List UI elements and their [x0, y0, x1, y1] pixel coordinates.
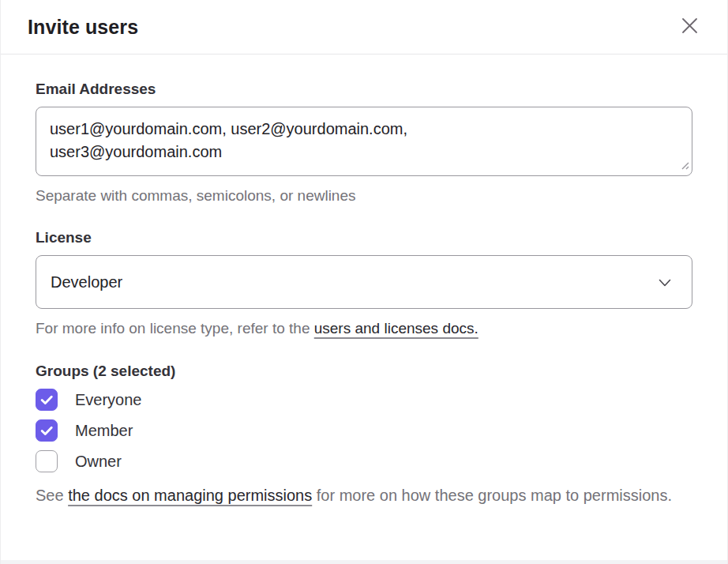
license-selected-value: Developer	[51, 273, 122, 291]
email-helper-text: Separate with commas, semicolons, or new…	[36, 185, 692, 207]
checkbox-member[interactable]	[36, 419, 58, 442]
group-option-member[interactable]: Member	[36, 419, 692, 442]
modal-title: Invite users	[28, 16, 138, 39]
close-icon	[681, 17, 699, 37]
users-licenses-docs-link[interactable]: users and licenses docs.	[314, 320, 478, 337]
email-field-group: Email Addresses user1@yourdomain.com, us…	[36, 81, 692, 207]
license-helper-text: For more info on license type, refer to …	[36, 318, 692, 340]
groups-field-group: Groups (2 selected) Everyone Member	[36, 363, 692, 507]
modal-bottom-edge	[1, 560, 727, 564]
groups-label: Groups (2 selected)	[36, 363, 692, 380]
checkbox-owner[interactable]	[36, 450, 58, 472]
group-option-owner[interactable]: Owner	[36, 450, 692, 472]
checkbox-everyone[interactable]	[36, 389, 58, 411]
close-button[interactable]	[675, 13, 704, 41]
modal-header: Invite users	[1, 0, 727, 55]
chevron-down-icon	[659, 273, 671, 291]
groups-helper-suffix: for more on how these groups map to perm…	[312, 487, 672, 504]
check-icon	[39, 392, 54, 408]
checkbox-label-member: Member	[75, 422, 133, 440]
modal-body: Email Addresses user1@yourdomain.com, us…	[1, 55, 727, 507]
email-addresses-input[interactable]: user1@yourdomain.com, user2@yourdomain.c…	[36, 107, 692, 176]
license-helper-prefix: For more info on license type, refer to …	[36, 320, 314, 337]
groups-helper-prefix: See	[36, 487, 68, 504]
groups-helper-text: See the docs on managing permissions for…	[36, 484, 692, 507]
license-select[interactable]: Developer	[36, 255, 692, 309]
check-icon	[39, 423, 54, 438]
email-label: Email Addresses	[36, 81, 692, 98]
group-option-everyone[interactable]: Everyone	[36, 389, 692, 411]
checkbox-label-everyone: Everyone	[75, 391, 142, 409]
checkbox-label-owner: Owner	[75, 453, 122, 471]
managing-permissions-docs-link[interactable]: the docs on managing permissions	[68, 487, 312, 504]
license-field-group: License Developer For more info on licen…	[36, 229, 692, 340]
license-label: License	[36, 229, 692, 246]
